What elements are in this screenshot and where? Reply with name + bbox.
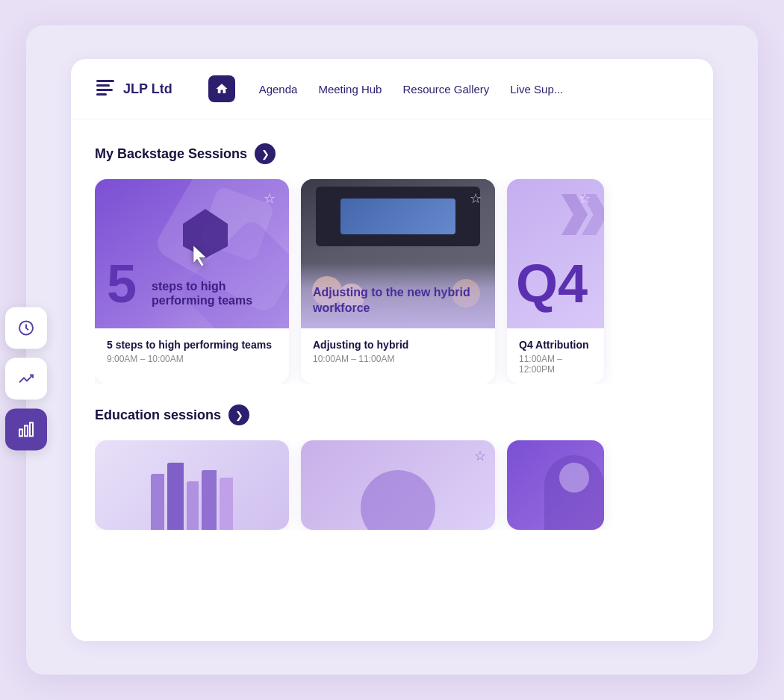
card1-title: 5 steps to high performing teams [107, 339, 277, 351]
education-title: Education sessions [95, 407, 221, 423]
widget-chart[interactable] [5, 408, 47, 450]
card1-text-overlay: steps to high performing teams [152, 279, 277, 307]
edu-card2-star[interactable]: ☆ [474, 448, 486, 464]
card2-info: Adjusting to hybrid 10:00AM – 11:00AM [301, 328, 495, 373]
logo-area: JLP Ltd [95, 77, 172, 101]
card3-title: Q4 Attribution [519, 339, 592, 351]
card3-design: Q4 ☆ [507, 179, 604, 328]
edu-card3-thumb [507, 440, 604, 530]
svg-rect-2 [25, 425, 28, 436]
edu-card2-thumb: ☆ [301, 440, 495, 530]
widget-trend[interactable] [5, 357, 47, 399]
svg-rect-6 [96, 89, 113, 91]
edu-card-1[interactable] [95, 440, 289, 530]
session-card-3[interactable]: Q4 ☆ Q4 Attribution 11:00AM – 12:00PM [507, 179, 604, 384]
logo-icon [95, 77, 116, 101]
card1-time: 9:00AM – 10:00AM [107, 354, 277, 364]
svg-rect-7 [96, 93, 107, 96]
card1-design: 5 steps to high performing teams ☆ [95, 179, 289, 328]
nav-meeting-hub[interactable]: Meeting Hub [318, 83, 382, 96]
card2-title: Adjusting to hybrid [313, 339, 483, 351]
edu-circle [361, 470, 435, 530]
outer-container: JLP Ltd Agenda Meeting Hub Resource Gall… [26, 25, 758, 675]
card3-thumb: Q4 ☆ [507, 179, 604, 328]
card2-star[interactable]: ☆ [465, 188, 486, 209]
nav-resource-gallery[interactable]: Resource Gallery [402, 83, 489, 96]
backstage-title: My Backstage Sessions [95, 146, 247, 162]
session-card-2[interactable]: Adjusting to the new hybrid workforce ☆ … [301, 179, 495, 384]
svg-marker-8 [183, 209, 228, 258]
edu-card1-thumb [95, 440, 289, 530]
card1-info: 5 steps to high performing teams 9:00AM … [95, 328, 289, 373]
card3-time: 11:00AM – 12:00PM [519, 354, 592, 375]
card1-thumb: 5 steps to high performing teams ☆ [95, 179, 289, 328]
card2-photo: Adjusting to the new hybrid workforce ☆ [301, 179, 495, 328]
svg-rect-1 [19, 429, 22, 436]
card3-q4: Q4 [516, 257, 588, 310]
backstage-cards-row: 5 steps to high performing teams ☆ [95, 179, 689, 384]
card3-star[interactable]: ☆ [574, 188, 595, 209]
edu-card-2[interactable]: ☆ [301, 440, 495, 530]
session-card-1[interactable]: 5 steps to high performing teams ☆ [95, 179, 289, 384]
nav-links: Agenda Meeting Hub Resource Gallery Live… [259, 83, 564, 96]
header: JLP Ltd Agenda Meeting Hub Resource Gall… [71, 59, 713, 119]
card3-info: Q4 Attribution 11:00AM – 12:00PM [507, 328, 604, 384]
main-card: JLP Ltd Agenda Meeting Hub Resource Gall… [71, 59, 713, 641]
edu-card-3[interactable] [507, 440, 604, 530]
card1-gem [183, 209, 228, 261]
card2-overlay-text: Adjusting to the new hybrid workforce [313, 285, 483, 316]
education-section-header: Education sessions ❯ [95, 404, 689, 425]
card1-number: 5 [107, 257, 137, 310]
card2-time: 10:00AM – 11:00AM [313, 354, 483, 364]
card1-star[interactable]: ☆ [259, 188, 280, 209]
content-area: My Backstage Sessions ❯ [71, 119, 713, 569]
side-widgets [5, 307, 47, 450]
nav-live-support[interactable]: Live Sup... [510, 83, 563, 96]
books-decoration [151, 463, 233, 530]
svg-rect-5 [96, 84, 110, 87]
svg-rect-3 [30, 422, 33, 436]
card2-overlay: Adjusting to the new hybrid workforce [301, 263, 495, 328]
svg-rect-4 [96, 80, 114, 82]
education-cards-row: ☆ [95, 440, 689, 530]
education-arrow[interactable]: ❯ [228, 404, 249, 425]
home-button[interactable] [208, 75, 235, 102]
backstage-arrow[interactable]: ❯ [255, 143, 276, 164]
nav-agenda[interactable]: Agenda [259, 83, 298, 96]
widget-clock[interactable] [5, 307, 47, 349]
card2-thumb: Adjusting to the new hybrid workforce ☆ [301, 179, 495, 328]
backstage-section-header: My Backstage Sessions ❯ [95, 143, 689, 164]
logo-text: JLP Ltd [123, 81, 172, 97]
